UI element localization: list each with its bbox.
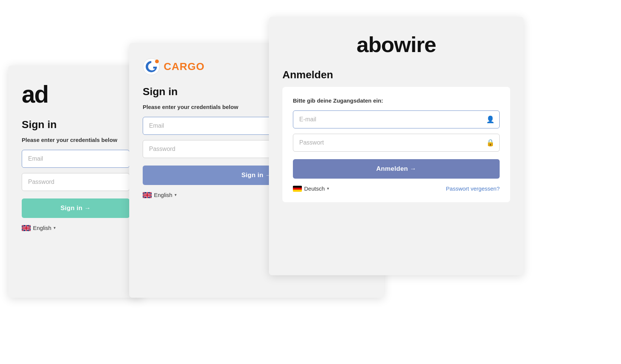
chevron-down-icon-card2: ▾ bbox=[175, 192, 177, 197]
credentials-label-card1: Please enter your credentials below bbox=[22, 137, 130, 143]
abowire-logo-text: abowire bbox=[357, 32, 436, 57]
email-input-card3[interactable] bbox=[293, 110, 500, 128]
password-wrapper-card1 bbox=[22, 173, 130, 191]
card-back-left: ad Sign in Please enter your credentials… bbox=[8, 66, 143, 298]
card-front-abowire: abowire Anmelden Bitte gib deine Zugangs… bbox=[269, 17, 524, 275]
logo-card1: ad bbox=[22, 81, 130, 108]
login-box-card3: Bitte gib deine Zugangsdaten ein: 👤 🔒 An… bbox=[282, 87, 510, 202]
lock-icon-card3: 🔒 bbox=[486, 139, 494, 147]
language-label-card3: Deutsch bbox=[304, 185, 325, 192]
email-input-card1[interactable] bbox=[22, 150, 130, 168]
svg-rect-6 bbox=[293, 189, 302, 192]
cargo-logo-icon bbox=[143, 58, 160, 75]
language-selector-card3[interactable]: Deutsch ▾ bbox=[293, 185, 329, 192]
password-wrapper-card3: 🔒 bbox=[293, 134, 500, 152]
abowire-logo-wrapper: abowire bbox=[282, 32, 510, 57]
uk-flag-icon-card2 bbox=[143, 192, 152, 198]
user-icon-card3: 👤 bbox=[486, 115, 494, 124]
cargo-name-text: CARGO bbox=[164, 61, 205, 73]
svg-rect-4 bbox=[293, 186, 302, 188]
bottom-row-card3: Deutsch ▾ Passwort vergessen? bbox=[293, 185, 500, 192]
german-flag-icon-card3 bbox=[293, 186, 302, 192]
credentials-label-card3: Bitte gib deine Zugangsdaten ein: bbox=[293, 97, 500, 104]
forgot-password-link-card3[interactable]: Passwort vergessen? bbox=[446, 185, 500, 192]
password-input-card1[interactable] bbox=[22, 173, 130, 191]
language-label-card2: English bbox=[154, 192, 172, 198]
email-wrapper-card3: 👤 bbox=[293, 110, 500, 128]
signin-button-card3[interactable]: Anmelden → bbox=[293, 159, 500, 179]
chevron-down-icon-card3: ▾ bbox=[327, 186, 329, 191]
email-wrapper-card1 bbox=[22, 150, 130, 168]
password-input-card3[interactable] bbox=[293, 134, 500, 152]
svg-rect-5 bbox=[293, 188, 302, 190]
language-label-card1: English bbox=[33, 225, 51, 231]
uk-flag-icon-card1 bbox=[22, 225, 31, 231]
signin-button-card1[interactable]: Sign in → bbox=[22, 198, 130, 218]
language-selector-card1[interactable]: English ▾ bbox=[22, 225, 130, 231]
chevron-down-icon-card1: ▾ bbox=[54, 225, 56, 230]
signin-title-card1: Sign in bbox=[22, 119, 130, 131]
svg-point-2 bbox=[155, 60, 159, 63]
signin-title-card3: Anmelden bbox=[282, 69, 510, 81]
